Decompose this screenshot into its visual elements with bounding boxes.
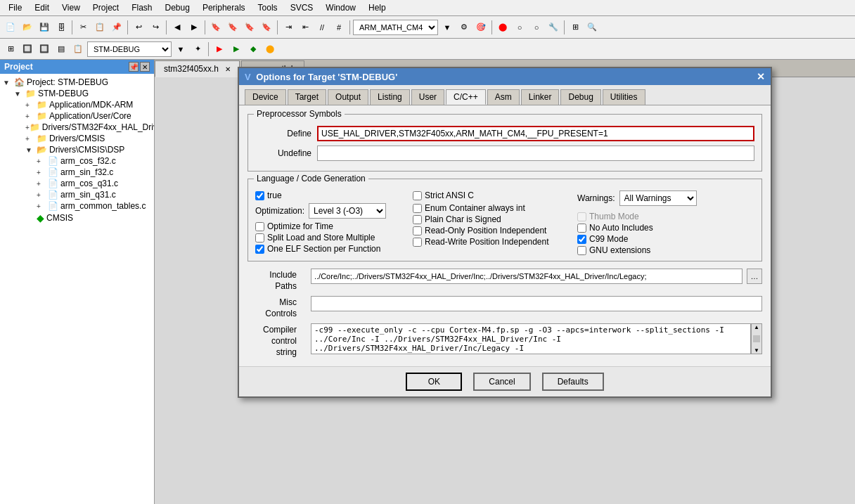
menu-edit[interactable]: Edit (29, 1, 55, 14)
bookmark-btn[interactable]: 🔖 (208, 20, 224, 35)
tree-item-sin-f32[interactable]: + 📄 arm_sin_f32.c (0, 167, 154, 178)
toggle-app-mdk[interactable]: + (25, 101, 37, 109)
define-input[interactable] (317, 126, 754, 141)
comment-btn[interactable]: // (314, 20, 330, 35)
chip2-btn[interactable]: 🔲 (37, 41, 52, 57)
optimization-select[interactable]: Level 3 (-O3) (309, 203, 386, 219)
thumb-mode-checkbox[interactable] (577, 212, 586, 221)
tree-item-dsp[interactable]: ▼ 📂 Drivers\CMSIS\DSP (0, 144, 154, 155)
one-elf-checkbox[interactable] (255, 245, 264, 254)
stop-btn[interactable]: ⬤ (495, 20, 510, 35)
dialog-tab-target[interactable]: Target (288, 89, 326, 105)
no-auto-includes-checkbox[interactable] (577, 224, 586, 233)
read-write-pos-checkbox[interactable] (413, 238, 422, 247)
dialog-tab-debug[interactable]: Debug (560, 89, 600, 105)
forward-btn[interactable]: ▶ (186, 20, 202, 35)
tree-item-cmsis[interactable]: ◆ CMSIS (0, 212, 154, 224)
panel-pin-btn[interactable]: 📌 (129, 62, 139, 72)
split-load-checkbox[interactable] (255, 233, 264, 243)
uncomment-btn[interactable]: # (331, 20, 347, 35)
menu-view[interactable]: View (56, 1, 86, 14)
circle2-btn[interactable]: ○ (529, 20, 544, 35)
search-btn[interactable]: 🔍 (584, 20, 600, 35)
grid-btn[interactable]: ⊞ (567, 20, 583, 35)
toggle-drivers-cmsis[interactable]: + (25, 135, 37, 143)
toggle-stmdebug[interactable]: ▼ (14, 90, 25, 98)
ok-button[interactable]: OK (406, 373, 462, 391)
bookmark2-btn[interactable]: 🔖 (225, 20, 240, 35)
menu-debug[interactable]: Debug (160, 1, 195, 14)
debug-start[interactable]: ▶ (212, 41, 227, 57)
read-only-pos-checkbox[interactable] (413, 226, 422, 235)
scroll-down-btn[interactable]: ▼ (752, 347, 761, 354)
toggle-cos-f32[interactable]: + (37, 157, 48, 165)
chip-btn[interactable]: 🔲 (20, 41, 35, 57)
toggle-sin-q31[interactable]: + (37, 191, 48, 199)
unindent-btn[interactable]: ⇤ (297, 20, 313, 35)
panel-close-btn[interactable]: ✕ (140, 62, 150, 72)
dialog-tab-user[interactable]: User (411, 89, 444, 105)
target-dropdown[interactable]: STM-DEBUG (87, 41, 172, 57)
tree-item-drivers-cmsis[interactable]: + 📁 Drivers/CMSIS (0, 133, 154, 144)
toggle-app-user[interactable]: + (25, 112, 37, 120)
menu-file[interactable]: File (3, 1, 27, 14)
compiler-control-textarea[interactable]: -c99 --execute_only -c --cpu Cortex-M4.f… (311, 323, 751, 354)
tree-item-cos-f32[interactable]: + 📄 arm_cos_f32.c (0, 155, 154, 167)
save-all-btn[interactable]: 🗄 (53, 20, 69, 35)
project-tree[interactable]: ▼ 🏠 Project: STM-DEBUG ▼ 📁 STM-DEBUG + 📁… (0, 74, 154, 504)
include-paths-browse-btn[interactable]: … (747, 269, 762, 284)
debug-green[interactable]: ▶ (229, 41, 244, 57)
tree-item-project[interactable]: ▼ 🏠 Project: STM-DEBUG (0, 77, 154, 88)
gnu-extensions-checkbox[interactable] (577, 246, 586, 255)
dialog-tab-cpp[interactable]: C/C++ (446, 89, 486, 105)
menu-flash[interactable]: Flash (126, 1, 158, 14)
dialog-tab-linker[interactable]: Linker (521, 89, 560, 105)
open-btn[interactable]: 📂 (20, 20, 35, 35)
new-btn[interactable]: 📄 (3, 20, 18, 35)
wand-btn[interactable]: ✦ (190, 41, 205, 57)
optimize-time-checkbox[interactable] (255, 222, 264, 231)
bookmark4-btn[interactable]: 🔖 (259, 20, 274, 35)
c99-mode-checkbox[interactable] (577, 235, 586, 244)
tree-item-common-tables[interactable]: + 📄 arm_common_tables.c (0, 200, 154, 212)
dialog-tab-utilities[interactable]: Utilities (603, 89, 645, 105)
layers-btn[interactable]: ⊞ (3, 41, 18, 57)
include-paths-input[interactable] (311, 269, 742, 284)
cut-btn[interactable]: ✂ (75, 20, 91, 35)
save-btn[interactable]: 💾 (37, 20, 52, 35)
config-btn[interactable]: ⚙ (456, 20, 472, 35)
tree-item-app-user[interactable]: + 📁 Application/User/Core (0, 110, 154, 122)
enum-container-checkbox[interactable] (413, 204, 422, 213)
menu-help[interactable]: Help (363, 1, 392, 14)
tree-item-drivers-hal[interactable]: + 📁 Drivers/STM32F4xx_HAL_Driver (0, 122, 154, 133)
dialog-tab-output[interactable]: Output (328, 89, 368, 105)
paste-btn[interactable]: 📌 (109, 20, 124, 35)
menu-project[interactable]: Project (87, 1, 124, 14)
menu-svcs[interactable]: SVCS (285, 1, 319, 14)
warnings-select[interactable]: All Warnings (619, 190, 697, 206)
misc-controls-input[interactable] (311, 296, 762, 311)
tree-item-sin-q31[interactable]: + 📄 arm_sin_q31.c (0, 189, 154, 200)
toggle-dsp[interactable]: ▼ (25, 146, 37, 154)
tools-btn[interactable]: 🔧 (546, 20, 561, 35)
toggle-sin-f32[interactable]: + (37, 169, 48, 176)
menu-tools[interactable]: Tools (252, 1, 283, 14)
toggle-common-tables[interactable]: + (37, 202, 48, 210)
copy-btn[interactable]: 📋 (92, 20, 108, 35)
bookmark3-btn[interactable]: 🔖 (242, 20, 257, 35)
undo-btn[interactable]: ↩ (131, 20, 146, 35)
plain-char-checkbox[interactable] (413, 215, 422, 224)
tree-item-cos-q31[interactable]: + 📄 arm_cos_q31.c (0, 178, 154, 189)
dialog-tab-listing[interactable]: Listing (370, 89, 410, 105)
target-btn[interactable]: 🎯 (473, 20, 489, 35)
dialog-close-btn[interactable]: ✕ (757, 71, 765, 82)
target-drop-arrow[interactable]: ▼ (173, 41, 188, 57)
execute-only-checkbox[interactable] (255, 191, 264, 200)
circle1-btn[interactable]: ○ (512, 20, 527, 35)
menu-window[interactable]: Window (320, 1, 361, 14)
debug-circle[interactable]: ⬤ (262, 41, 278, 57)
indent-btn[interactable]: ⇥ (281, 20, 296, 35)
scroll-up-btn[interactable]: ▲ (752, 324, 761, 330)
toggle-cos-q31[interactable]: + (37, 180, 48, 188)
tree-item-app-mdk[interactable]: + 📁 Application/MDK-ARM (0, 99, 154, 110)
